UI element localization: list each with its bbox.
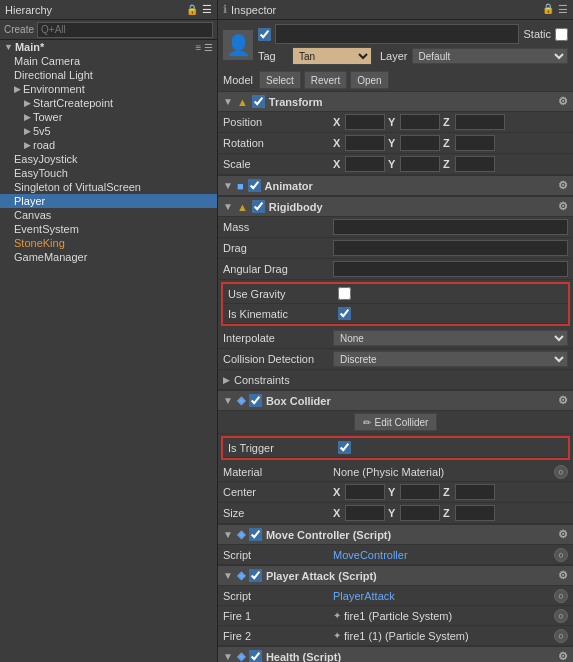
hierarchy-item-stoneking[interactable]: StoneKing: [0, 236, 217, 250]
hierarchy-item-eventsystem[interactable]: EventSystem: [0, 222, 217, 236]
sz-y-input[interactable]: 1: [400, 505, 440, 521]
box-collider-settings-icon[interactable]: ⚙: [558, 394, 568, 407]
constraints-row[interactable]: ▶ Constraints: [218, 370, 573, 390]
hierarchy-item-5v5[interactable]: ▶ 5v5: [0, 124, 217, 138]
revert-button[interactable]: Revert: [304, 71, 347, 89]
player-attack-script-value[interactable]: PlayerAttack: [333, 590, 395, 602]
create-label[interactable]: Create: [4, 24, 34, 35]
lock-icon[interactable]: 🔒: [186, 4, 198, 15]
player-attack-checkbox[interactable]: [249, 569, 262, 582]
player-attack-arrow: ▼: [223, 570, 233, 581]
fire2-circle-btn[interactable]: ○: [554, 629, 568, 643]
sz-z-input[interactable]: 1: [455, 505, 495, 521]
hierarchy-item-road[interactable]: ▶ road: [0, 138, 217, 152]
hierarchy-item-easyjoystick[interactable]: EasyJoystick: [0, 152, 217, 166]
drag-input[interactable]: 0: [333, 240, 568, 256]
edit-collider-label: Edit Collider: [375, 417, 429, 428]
ctr-y-input[interactable]: 0: [400, 484, 440, 500]
player-attack-header[interactable]: ▼ ◈ Player Attack (Script) ⚙: [218, 565, 573, 586]
use-gravity-checkbox[interactable]: [338, 287, 351, 300]
main-arrow: ▼: [4, 42, 13, 52]
animator-header[interactable]: ▼ ■ Animator ⚙: [218, 175, 573, 196]
animator-settings-icon[interactable]: ⚙: [558, 179, 568, 192]
player-active-checkbox[interactable]: [258, 28, 271, 41]
material-circle-btn[interactable]: ○: [554, 465, 568, 479]
static-checkbox[interactable]: [555, 28, 568, 41]
easyjoystick-label: EasyJoystick: [14, 153, 78, 165]
move-controller-script-value[interactable]: MoveController: [333, 549, 408, 561]
inspector-lock-icon[interactable]: 🔒: [542, 3, 554, 16]
fire1-circle-btn[interactable]: ○: [554, 609, 568, 623]
hierarchy-item-tower[interactable]: ▶ Tower: [0, 110, 217, 124]
tower-label: Tower: [33, 111, 62, 123]
health-checkbox[interactable]: [249, 650, 262, 662]
rot-y-input[interactable]: 0: [400, 135, 440, 151]
search-input[interactable]: [37, 22, 213, 38]
animator-checkbox[interactable]: [248, 179, 261, 192]
hierarchy-item-start-createpoint[interactable]: ▶ StartCreatepoint: [0, 96, 217, 110]
mass-input[interactable]: 1: [333, 219, 568, 235]
player-attack-settings-icon[interactable]: ⚙: [558, 569, 568, 582]
interpolate-select[interactable]: None: [333, 330, 568, 346]
box-collider-checkbox[interactable]: [249, 394, 262, 407]
rigidbody-label: Rigidbody: [269, 201, 323, 213]
hierarchy-item-player[interactable]: Player: [0, 194, 217, 208]
move-controller-circle-btn[interactable]: ○: [554, 548, 568, 562]
select-button[interactable]: Select: [259, 71, 301, 89]
scl-y-input[interactable]: 2: [400, 156, 440, 172]
move-controller-header[interactable]: ▼ ◈ Move Controller (Script) ⚙: [218, 524, 573, 545]
health-settings-icon[interactable]: ⚙: [558, 650, 568, 662]
hierarchy-item-canvas[interactable]: Canvas: [0, 208, 217, 222]
hierarchy-item-main[interactable]: ▼ Main* ≡ ☰: [0, 40, 217, 54]
transform-settings-icon[interactable]: ⚙: [558, 95, 568, 108]
hierarchy-item-environment[interactable]: ▶ Environment: [0, 82, 217, 96]
health-header[interactable]: ▼ ◈ Health (Script) ⚙: [218, 646, 573, 662]
player-name-input[interactable]: Player: [275, 24, 519, 44]
menu-icon[interactable]: ☰: [202, 3, 212, 16]
pos-y-input[interactable]: 0: [400, 114, 440, 130]
scl-z-input[interactable]: 2: [455, 156, 495, 172]
hierarchy-item-main-camera[interactable]: Main Camera: [0, 54, 217, 68]
is-kinematic-checkbox[interactable]: [338, 307, 351, 320]
tag-select[interactable]: Tan: [292, 47, 372, 65]
tag-label: Tag: [258, 50, 288, 62]
position-row: Position X4.55 Y0 Z-26.09: [218, 112, 573, 133]
open-button[interactable]: Open: [350, 71, 388, 89]
inspector-menu-icon[interactable]: ☰: [558, 3, 568, 16]
transform-header[interactable]: ▼ ▲ Transform ⚙: [218, 91, 573, 112]
hierarchy-item-easytouch[interactable]: EasyTouch: [0, 166, 217, 180]
transform-icon: ▲: [237, 96, 248, 108]
sz-x-input[interactable]: 1: [345, 505, 385, 521]
hierarchy-item-gamemanager[interactable]: GameManager: [0, 250, 217, 264]
fire1-label: Fire 1: [223, 610, 333, 622]
edit-collider-button[interactable]: ✏ Edit Collider: [354, 413, 438, 431]
transform-checkbox[interactable]: [252, 95, 265, 108]
ctr-x-input[interactable]: 0: [345, 484, 385, 500]
ctr-z-input[interactable]: 0: [455, 484, 495, 500]
pos-x-input[interactable]: 4.55: [345, 114, 385, 130]
box-collider-settings: ⚙: [558, 394, 568, 407]
scl-x-input[interactable]: 2: [345, 156, 385, 172]
position-xyz: X4.55 Y0 Z-26.09: [333, 114, 568, 130]
angular-drag-input[interactable]: 0.05: [333, 261, 568, 277]
hierarchy-header: Hierarchy 🔒 ☰: [0, 0, 217, 20]
collision-detection-select[interactable]: Discrete: [333, 351, 568, 367]
ctr-y-label: Y: [388, 486, 398, 498]
rigidbody-settings-icon[interactable]: ⚙: [558, 200, 568, 213]
is-trigger-checkbox[interactable]: [338, 441, 351, 454]
rigidbody-checkbox[interactable]: [252, 200, 265, 213]
rigidbody-header[interactable]: ▼ ▲ Rigidbody ⚙: [218, 196, 573, 217]
rot-x-input[interactable]: 0: [345, 135, 385, 151]
hierarchy-item-singleton[interactable]: Singleton of VirtualScreen: [0, 180, 217, 194]
box-collider-header[interactable]: ▼ ◈ Box Collider ⚙: [218, 390, 573, 411]
move-controller-settings-icon[interactable]: ⚙: [558, 528, 568, 541]
size-row: Size X1 Y1 Z1: [218, 503, 573, 524]
hierarchy-item-directional-light[interactable]: Directional Light: [0, 68, 217, 82]
move-controller-checkbox[interactable]: [249, 528, 262, 541]
player-attack-script-circle-btn[interactable]: ○: [554, 589, 568, 603]
scl-y-label: Y: [388, 158, 398, 170]
layer-select[interactable]: Default: [412, 48, 568, 64]
rot-z-input[interactable]: 0: [455, 135, 495, 151]
constraints-arrow: ▶: [223, 375, 230, 385]
pos-z-input[interactable]: -26.09: [455, 114, 505, 130]
